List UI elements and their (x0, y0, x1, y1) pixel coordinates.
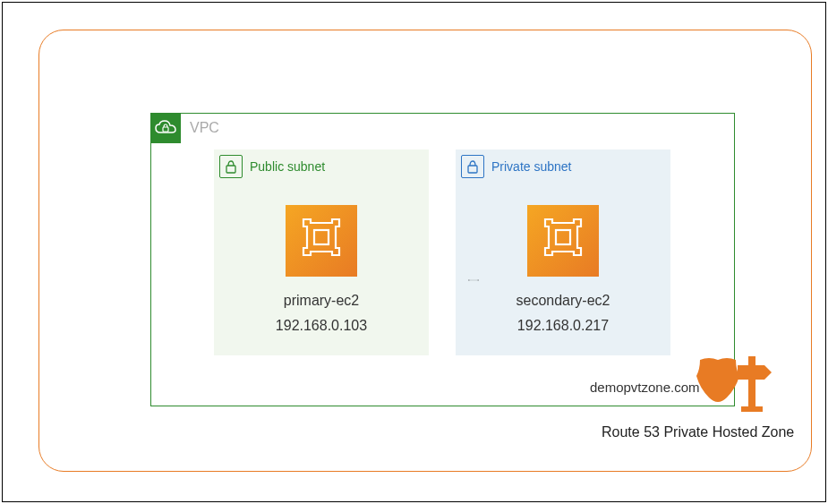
diagram-frame: VPC Public subnet (2, 2, 826, 502)
vpc-container: VPC Public subnet (150, 113, 735, 406)
svg-rect-8 (748, 356, 755, 408)
svg-marker-9 (738, 365, 772, 380)
secondary-ec2-ip: 192.168.0.217 (456, 318, 670, 334)
svg-rect-3 (468, 166, 477, 173)
public-subnet-lock-icon (219, 155, 243, 178)
route53-service-icon (693, 353, 775, 417)
aws-region-container: VPC Public subnet (38, 30, 812, 472)
private-subnet-lock-icon (461, 155, 484, 178)
vpc-cloud-icon (150, 113, 181, 143)
primary-ec2-ip: 192.168.0.103 (214, 318, 429, 334)
public-subnet-header: Public subnet (219, 155, 325, 178)
svg-rect-0 (163, 127, 168, 132)
route53-label: Route 53 Private Hosted Zone (602, 424, 794, 440)
vpc-label: VPC (190, 120, 219, 136)
svg-marker-7 (478, 279, 479, 280)
secondary-ec2-name: secondary-ec2 (456, 293, 670, 309)
primary-ec2-name: primary-ec2 (214, 293, 429, 309)
private-subnet: Private subnet secondary-ec2 192.168.0.2… (456, 149, 670, 355)
svg-rect-10 (741, 406, 763, 412)
svg-marker-6 (468, 279, 469, 280)
svg-rect-4 (556, 230, 570, 244)
vpc-header: VPC (150, 113, 219, 143)
bidirectional-arrow-icon (420, 279, 527, 281)
ec2-instance-icon (286, 205, 357, 277)
public-subnet-label: Public subnet (250, 159, 325, 174)
ec2-instance-icon (527, 205, 599, 277)
private-subnet-header: Private subnet (461, 155, 572, 178)
route53-domain-name: demopvtzone.com (590, 380, 700, 395)
private-subnet-label: Private subnet (491, 159, 572, 174)
public-subnet: Public subnet primary-ec2 192.168.0.103 (214, 149, 429, 355)
svg-rect-1 (226, 166, 235, 173)
svg-rect-2 (314, 230, 329, 244)
